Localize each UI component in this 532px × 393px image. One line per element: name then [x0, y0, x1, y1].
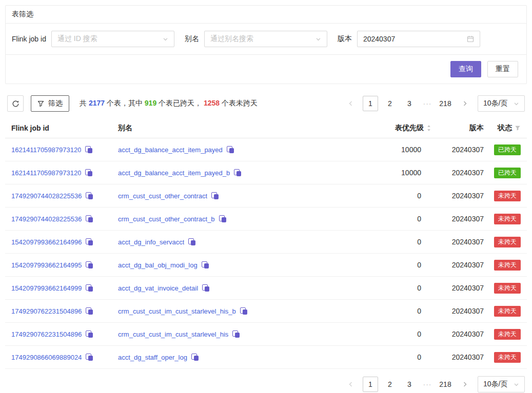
col-header-flink-job-id: Flink job id: [11, 124, 112, 132]
filter-item-flink-job-id: Flink job id 通过 ID 搜索: [12, 31, 174, 47]
flink-job-id-link[interactable]: 1749290866069889024: [11, 354, 82, 361]
flink-job-id-link[interactable]: 1621411705987973120: [11, 169, 81, 177]
pagination-top: 1 2 3 ··· 218: [343, 96, 472, 111]
copy-icon[interactable]: [211, 192, 219, 199]
chevron-down-icon: [316, 36, 321, 42]
copy-icon[interactable]: [202, 261, 209, 268]
col-header-version: 版本: [438, 123, 484, 133]
flink-job-id-link[interactable]: 1542097993662164995: [11, 261, 82, 269]
status-badge: 未跨天: [494, 283, 521, 294]
copy-icon[interactable]: [86, 354, 93, 361]
flink-job-id-link[interactable]: 1621411705987973120: [11, 146, 81, 154]
version-label: 版本: [338, 34, 352, 44]
chevron-down-icon: [163, 36, 168, 42]
filter-row: Flink job id 通过 ID 搜索 别名 通过别名搜索: [6, 24, 526, 55]
priority-cell: 0: [375, 307, 431, 315]
priority-cell: 0: [375, 261, 431, 269]
prev-page-button[interactable]: [343, 377, 359, 392]
alias-link[interactable]: crm_cust_cust_other_contract: [118, 192, 207, 200]
page-item-3[interactable]: 3: [402, 377, 417, 392]
alias-link[interactable]: acct_dg_bal_obj_modi_log: [118, 261, 198, 269]
footer-bar: 1 2 3 ··· 218 10条/页: [5, 376, 527, 392]
alias-link[interactable]: crm_cust_cust_im_cust_starlevel_his: [118, 330, 228, 338]
alias-link[interactable]: crm_cust_cust_other_contract_b: [118, 215, 215, 223]
flink-job-id-link[interactable]: 1542097993662164996: [11, 238, 82, 246]
copy-icon[interactable]: [86, 307, 93, 315]
copy-icon[interactable]: [85, 146, 92, 153]
reset-button[interactable]: 重置: [487, 61, 518, 77]
alias-link[interactable]: acct_dg_staff_oper_log: [118, 354, 187, 361]
page-item-3[interactable]: 3: [402, 96, 417, 111]
alias-label: 别名: [185, 34, 199, 44]
copy-icon[interactable]: [85, 169, 92, 176]
chevron-down-icon: [514, 382, 519, 387]
table-row: 1542097993662164999 acct_dg_vat_invoice_…: [5, 277, 527, 300]
page-size-select-top[interactable]: 10条/页: [478, 95, 525, 112]
alias-link[interactable]: acct_dg_info_servacct: [118, 238, 184, 246]
alias-link[interactable]: acct_dg_balance_acct_item_payed: [118, 146, 223, 154]
filter-toggle-button[interactable]: 筛选: [31, 95, 69, 112]
alias-placeholder: 通过别名搜索: [210, 34, 253, 44]
table-row: 1621411705987973120 acct_dg_balance_acct…: [5, 161, 527, 184]
status-badge: 未跨天: [494, 191, 521, 201]
page-ellipsis[interactable]: ···: [421, 380, 434, 388]
version-cell: 20240307: [438, 353, 484, 361]
page-item-2[interactable]: 2: [382, 377, 398, 392]
summary-text: 共 2177 个表，其中 919 个表已跨天， 1258 个表未跨天: [80, 99, 258, 108]
status-badge: 未跨天: [494, 237, 521, 247]
flink-job-id-link[interactable]: 1749290744028225536: [11, 215, 82, 223]
copy-icon[interactable]: [86, 192, 93, 199]
version-cell: 20240307: [438, 330, 484, 338]
summary-seg: 个表未跨天: [220, 99, 258, 107]
filter-funnel-icon[interactable]: [515, 125, 521, 131]
copy-icon[interactable]: [86, 238, 93, 245]
alias-select[interactable]: 通过别名搜索: [204, 31, 327, 47]
flink-job-id-link[interactable]: 1749290762231504896: [11, 330, 82, 338]
copy-icon[interactable]: [240, 307, 247, 315]
copy-icon[interactable]: [188, 238, 195, 245]
col-header-priority-label: 表优先级: [395, 123, 424, 133]
copy-icon[interactable]: [86, 284, 93, 292]
copy-icon[interactable]: [191, 354, 199, 361]
page-ellipsis[interactable]: ···: [421, 99, 434, 108]
refresh-button[interactable]: [7, 95, 24, 112]
alias-link[interactable]: acct_dg_balance_acct_item_payed_b: [118, 169, 230, 177]
table-row: 1621411705987973120 acct_dg_balance_acct…: [5, 138, 527, 161]
page-item-1[interactable]: 1: [363, 96, 378, 111]
flink-job-id-link[interactable]: 1749290744028225536: [11, 192, 82, 200]
copy-icon[interactable]: [86, 261, 93, 268]
query-button[interactable]: 查询: [450, 61, 481, 77]
page-item-last[interactable]: 218: [438, 377, 453, 392]
page-item-1[interactable]: 1: [363, 377, 378, 392]
col-header-status-label: 状态: [498, 123, 512, 133]
priority-cell: 0: [375, 330, 431, 338]
page-item-last[interactable]: 218: [438, 96, 453, 111]
flink-job-id-link[interactable]: 1542097993662164999: [11, 284, 82, 292]
col-header-alias: 别名: [118, 123, 369, 133]
copy-icon[interactable]: [234, 169, 241, 176]
alias-link[interactable]: crm_cust_cust_im_cust_starlevel_his_b: [118, 307, 236, 315]
flink-job-id-select[interactable]: 通过 ID 搜索: [51, 31, 174, 47]
copy-icon[interactable]: [232, 330, 240, 338]
page-item-2[interactable]: 2: [382, 96, 398, 111]
next-page-button[interactable]: [457, 96, 472, 111]
page-size-select-bottom[interactable]: 10条/页: [478, 376, 525, 392]
page-size-value: 10条/页: [483, 99, 507, 108]
version-cell: 20240307: [438, 146, 484, 154]
prev-page-button[interactable]: [343, 96, 359, 111]
copy-icon[interactable]: [227, 146, 234, 153]
funnel-icon: [37, 100, 44, 107]
sort-icon[interactable]: [426, 124, 431, 132]
next-page-button[interactable]: [457, 377, 472, 392]
table-row: 1749290762231504896 crm_cust_cust_im_cus…: [5, 300, 527, 323]
copy-icon[interactable]: [202, 284, 209, 292]
copy-icon[interactable]: [219, 215, 226, 222]
copy-icon[interactable]: [86, 330, 93, 338]
flink-job-id-link[interactable]: 1749290762231504896: [11, 307, 82, 315]
alias-link[interactable]: acct_dg_vat_invoice_detail: [118, 284, 198, 292]
table-row: 1542097993662164996 acct_dg_info_servacc…: [5, 231, 527, 254]
page-size-value: 10条/页: [483, 380, 507, 389]
version-date-input[interactable]: 20240307: [357, 31, 480, 47]
copy-icon[interactable]: [86, 215, 93, 222]
version-date-value: 20240307: [363, 35, 395, 43]
